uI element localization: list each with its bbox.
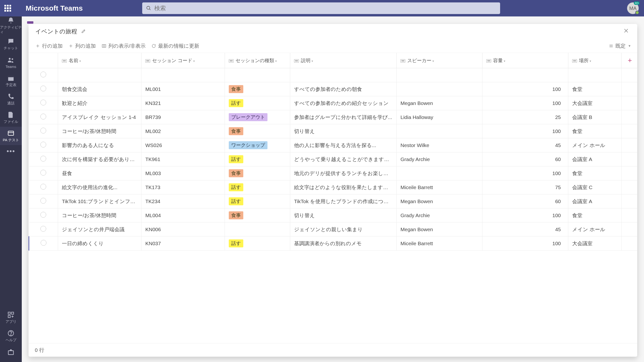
rail-pa-test[interactable]: PA テスト [0, 127, 22, 145]
cell-desc[interactable]: 地元のデリが提供するランチをお楽しみください [290, 166, 396, 180]
cell-desc[interactable]: 基調講演者からの別れのメモ [290, 236, 396, 250]
cell-speaker[interactable] [396, 166, 482, 180]
cell-cap[interactable]: 60 [482, 194, 568, 208]
row-radio[interactable] [40, 198, 46, 204]
cell-cap[interactable]: 100 [482, 208, 568, 222]
cell-code[interactable]: TK961 [142, 152, 225, 166]
cell-code[interactable]: ML002 [142, 124, 225, 138]
add-column-button[interactable]: 列の追加 [68, 42, 96, 49]
cell-speaker[interactable]: Megan Bowen [396, 96, 482, 110]
cell-speaker[interactable]: Megan Bowen [396, 222, 482, 236]
avatar[interactable]: MA RD [627, 2, 639, 14]
cell-place[interactable]: 会議室 C [568, 180, 622, 194]
cell-type[interactable]: ワークショップ [225, 138, 290, 152]
cell-desc[interactable]: 切り替え [290, 124, 396, 138]
cell-place[interactable]: 会議室 B [568, 110, 622, 124]
table-row[interactable]: コーヒー/お茶/休憩時間ML002食事切り替え100食堂 [29, 124, 638, 138]
cell-cap[interactable]: 100 [482, 166, 568, 180]
cell-desc[interactable]: 参加者はグループに分かれて詳細を学び... [290, 110, 396, 124]
row-radio[interactable] [40, 184, 46, 190]
col-cap[interactable]: 容量▾ [482, 53, 568, 68]
row-radio[interactable] [40, 86, 46, 92]
cell-speaker[interactable]: Miceile Barrett [396, 180, 482, 194]
cell-name[interactable]: 次に何を構築する必要がありますか? [58, 152, 142, 166]
row-radio[interactable] [40, 170, 46, 176]
toggle-columns-button[interactable]: 列の表示/非表示 [102, 42, 146, 49]
cell-place[interactable]: 食堂 [568, 208, 622, 222]
cell-type[interactable]: 話す [225, 152, 290, 166]
cell-cap[interactable]: 60 [482, 152, 568, 166]
row-radio[interactable] [40, 128, 46, 134]
cell-place[interactable]: 会議室 A [568, 194, 622, 208]
row-radio[interactable] [41, 240, 46, 246]
cell-code[interactable]: TK173 [142, 180, 225, 194]
cell-type[interactable]: 食事 [225, 208, 290, 222]
add-column-plus[interactable]: + [622, 53, 638, 68]
rail-share[interactable] [0, 345, 22, 360]
cell-type[interactable]: 話す [225, 236, 290, 250]
rail-calls[interactable]: 通話 [0, 90, 22, 108]
cell-name[interactable]: 一日の締めくくり [58, 236, 142, 250]
cell-place[interactable]: 食堂 [568, 166, 622, 180]
row-radio[interactable] [40, 72, 46, 78]
table-row[interactable]: ジェイソンとの井戸端会議KN006ジェイソンとの親しい集まりMegan Bowe… [29, 222, 638, 236]
rail-more[interactable]: ••• [0, 145, 22, 157]
edit-title-button[interactable] [81, 28, 86, 34]
cell-desc[interactable]: すべての参加者のための朝食 [290, 82, 396, 96]
rail-teams[interactable]: Teams [0, 53, 22, 72]
cell-type[interactable]: 話す [225, 180, 290, 194]
cell-speaker[interactable]: Grady Archie [396, 208, 482, 222]
cell-name[interactable]: 影響力のある人になる [58, 138, 142, 152]
rail-chat[interactable]: チャット [0, 35, 22, 53]
cell-name[interactable]: 昼食 [58, 166, 142, 180]
cell-name[interactable]: TikTok 101:ブランドとインフルエンサー [58, 194, 142, 208]
cell-speaker[interactable] [396, 82, 482, 96]
table-row[interactable]: アイスブレイク セッション 1-4BR739ブレークアウト参加者はグループに分か… [29, 110, 638, 124]
table-scroll[interactable]: 名前▾ セッション コード▾ セッションの種類▾ 説明▾ スピーカー▾ 容量▾ … [28, 53, 637, 343]
cell-speaker[interactable]: Megan Bowen [396, 194, 482, 208]
app-launcher-icon[interactable] [4, 5, 11, 12]
col-type[interactable]: セッションの種類▾ [225, 53, 290, 68]
cell-name[interactable]: アイスブレイク セッション 1-4 [58, 110, 142, 124]
cell-desc[interactable]: どうやって乗り越えることができますか... [290, 152, 396, 166]
col-name[interactable]: 名前▾ [58, 53, 142, 68]
rail-calendar[interactable]: 予定表 [0, 72, 22, 90]
cell-type[interactable]: 話す [225, 96, 290, 110]
cell-cap[interactable]: 75 [482, 180, 568, 194]
search-box[interactable] [142, 2, 500, 14]
cell-cap[interactable]: 100 [482, 96, 568, 110]
table-row[interactable]: 朝食交流会ML001食事すべての参加者のための朝食100食堂 [29, 82, 638, 96]
cell-place[interactable]: メイン ホール [568, 222, 622, 236]
cell-speaker[interactable]: Lidia Halloway [396, 110, 482, 124]
cell-speaker[interactable]: Nestor Wilke [396, 138, 482, 152]
row-radio[interactable] [40, 142, 46, 148]
cell-place[interactable]: 大会議室 [568, 96, 622, 110]
table-row[interactable]: 昼食ML003食事地元のデリが提供するランチをお楽しみください100食堂 [29, 166, 638, 180]
cell-cap[interactable]: 100 [482, 82, 568, 96]
table-row[interactable]: 影響力のある人になるWS026ワークショップ他の人に影響を与える方法を探る...… [29, 138, 638, 152]
cell-cap[interactable]: 100 [482, 124, 568, 138]
cell-cap[interactable]: 45 [482, 222, 568, 236]
cell-name[interactable]: コーヒー/お茶/休憩時間 [58, 124, 142, 138]
cell-cap[interactable]: 100 [482, 236, 568, 250]
cell-speaker[interactable] [396, 124, 482, 138]
cell-name[interactable]: ジェイソンとの井戸端会議 [58, 222, 142, 236]
row-radio[interactable] [40, 156, 46, 162]
cell-code[interactable]: TK234 [142, 194, 225, 208]
cell-type[interactable]: 食事 [225, 166, 290, 180]
rail-activity[interactable]: アクティビティ [0, 16, 22, 35]
cell-code[interactable]: BR739 [142, 110, 225, 124]
table-row[interactable]: TikTok 101:ブランドとインフルエンサーTK234話すTikTok を使… [29, 194, 638, 208]
table-row[interactable]: 絵文字の使用法の進化...TK173話す絵文字はどのような役割を果たしますか..… [29, 180, 638, 194]
cell-name[interactable]: 朝食交流会 [58, 82, 142, 96]
rail-help[interactable]: ヘルプ [0, 327, 22, 345]
cell-desc[interactable]: ジェイソンとの親しい集まり [290, 222, 396, 236]
cell-place[interactable]: 会議室 A [568, 152, 622, 166]
cell-place[interactable]: 食堂 [568, 124, 622, 138]
cell-code[interactable]: WS026 [142, 138, 225, 152]
view-selector[interactable]: 既定 ▾ [609, 42, 630, 49]
row-radio[interactable] [40, 100, 46, 106]
table-row-empty[interactable] [29, 68, 638, 82]
cell-cap[interactable]: 25 [482, 110, 568, 124]
cell-desc[interactable]: 絵文字はどのような役割を果たしますか... [290, 180, 396, 194]
